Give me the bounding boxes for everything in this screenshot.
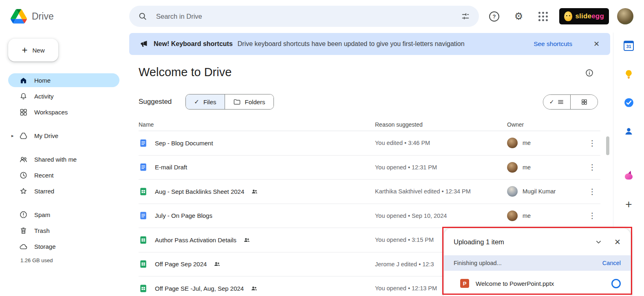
owner-avatar — [507, 138, 518, 148]
drive-logo-area[interactable]: Drive — [0, 9, 129, 24]
sidebar-item-spam[interactable]: ▸ Spam — [8, 208, 119, 221]
cancel-upload-link[interactable]: Cancel — [602, 260, 621, 266]
clock-icon — [19, 171, 28, 180]
contacts-icon[interactable] — [623, 125, 635, 137]
search-icon[interactable] — [138, 12, 147, 21]
expand-caret-icon[interactable]: ▸ — [11, 133, 14, 138]
upload-status-text: Finishing upload... — [454, 260, 502, 266]
sheet-file-icon — [139, 187, 148, 196]
owner-name: me — [523, 164, 531, 171]
upload-panel: Uploading 1 item ✕ Finishing upload... C… — [444, 228, 631, 296]
row-more-menu-icon[interactable]: ⋮ — [584, 162, 600, 172]
owner-name: me — [523, 213, 531, 219]
keyboard-shortcuts-banner: New! Keyboard shortcuts Drive keyboard s… — [129, 33, 610, 55]
sidebar-item-home[interactable]: ▸ Home — [8, 73, 119, 87]
top-app-bar: Drive ? ⚙ slideegg — [0, 0, 644, 33]
banner-title: New! Keyboard shortcuts — [154, 40, 233, 48]
folder-icon — [233, 98, 241, 106]
get-addons-plus-icon[interactable]: + — [623, 199, 635, 210]
chip-folders[interactable]: Folders — [225, 94, 273, 109]
scrollbar-thumb[interactable] — [606, 136, 609, 155]
sidebar-nav: ▸ Home ▸ Activity ▸ Workspaces ▸ My Driv… — [8, 73, 129, 253]
owner-avatar — [507, 210, 518, 221]
sheet-file-icon — [139, 284, 148, 293]
shared-people-icon — [243, 237, 250, 243]
column-reason: Reason suggested — [375, 121, 507, 128]
home-icon — [19, 76, 28, 85]
file-name: July - On Page Blogs — [155, 212, 212, 219]
search-input[interactable] — [155, 12, 453, 21]
powerpoint-icon: P — [460, 279, 469, 288]
sidebar-item-trash[interactable]: ▸ Trash — [8, 224, 119, 237]
row-more-menu-icon[interactable]: ⋮ — [584, 138, 600, 148]
header-actions: ? ⚙ slideegg — [486, 0, 633, 33]
search-bar[interactable] — [129, 6, 479, 27]
sidebar-item-recent[interactable]: ▸ Recent — [8, 168, 119, 182]
sidebar-item-starred[interactable]: ▸ Starred — [8, 184, 119, 198]
info-icon[interactable] — [585, 68, 594, 77]
upload-status-bar: Finishing upload... Cancel — [444, 255, 631, 271]
upload-title: Uploading 1 item — [454, 238, 504, 246]
sidebar-item-activity[interactable]: ▸ Activity — [8, 89, 119, 103]
new-button[interactable]: + New — [8, 39, 58, 61]
keep-icon[interactable] — [623, 68, 635, 80]
suggested-toolbar: Suggested ✓ Files Folders ✓ — [139, 94, 598, 110]
tune-filter-icon[interactable] — [461, 12, 470, 21]
sheet-file-icon — [139, 259, 148, 269]
file-name: Author Pass Activation Details — [155, 237, 236, 243]
cloud-icon — [19, 242, 28, 251]
help-icon[interactable]: ? — [486, 8, 502, 24]
reason-suggested: Karthika Sakthivel edited • 12:34 PM — [375, 188, 507, 195]
bell-icon — [19, 92, 28, 101]
account-avatar[interactable] — [617, 8, 633, 24]
column-name: Name — [139, 121, 375, 128]
upload-spinner-icon — [611, 279, 621, 288]
reason-suggested: You opened • Sep 10, 2024 — [375, 213, 507, 219]
owner-avatar — [507, 186, 518, 197]
drive-logo-icon — [11, 9, 27, 24]
people-icon — [19, 155, 28, 164]
shared-people-icon — [251, 285, 258, 292]
check-icon: ✓ — [194, 98, 199, 105]
banner-message: Drive keyboard shortcuts have been updat… — [238, 40, 465, 48]
upload-file-row: P Welcome to PowerPoint.pptx — [444, 271, 631, 296]
new-button-label: New — [33, 47, 45, 54]
tasks-icon[interactable] — [623, 97, 635, 108]
sidebar-item-my-drive[interactable]: ▸ My Drive — [8, 129, 119, 143]
table-row-sep-blog-document[interactable]: Sep - Blog Document You edited • 3:46 PM… — [139, 131, 600, 156]
settings-gear-icon[interactable]: ⚙ — [510, 8, 527, 24]
owner-name: me — [523, 140, 531, 146]
file-name: E-mail Draft — [155, 164, 187, 171]
view-toggle: ✓ — [543, 94, 598, 110]
banner-close-icon[interactable]: ✕ — [593, 39, 600, 48]
grid-view-button[interactable] — [570, 95, 598, 109]
sidebar-item-workspaces[interactable]: ▸ Workspaces — [8, 105, 119, 119]
calendar-icon[interactable]: 31 — [623, 40, 635, 51]
spam-icon — [19, 210, 28, 219]
file-name: Off Page Sep 2024 — [155, 261, 207, 267]
apps-grid-icon[interactable] — [535, 8, 551, 24]
see-shortcuts-link[interactable]: See shortcuts — [534, 40, 572, 48]
shared-people-icon — [251, 188, 258, 195]
table-header: Name Reason suggested Owner — [139, 118, 600, 131]
reason-suggested: You edited • 3:46 PM — [375, 140, 507, 146]
addon-icon[interactable] — [623, 170, 635, 182]
table-row-e-mail-draft[interactable]: E-mail Draft You opened • 12:31 PM me ⋮ — [139, 156, 600, 180]
close-icon[interactable]: ✕ — [614, 237, 621, 247]
row-more-menu-icon[interactable]: ⋮ — [584, 211, 600, 220]
table-row-aug-sept-backlinks-sheet-2024[interactable]: Aug - Sept Backlinks Sheet 2024 Karthika… — [139, 180, 600, 204]
sidebar-item-storage[interactable]: ▸ Storage — [8, 239, 119, 253]
sidebar-item-shared-with-me[interactable]: ▸ Shared with me — [8, 152, 119, 166]
drive-icon — [19, 131, 28, 140]
workspaces-icon — [19, 107, 28, 116]
file-type-chips: ✓ Files Folders — [185, 94, 273, 110]
slideegg-logo-icon — [564, 11, 572, 21]
megaphone-icon — [140, 39, 149, 48]
plus-icon: + — [22, 45, 27, 55]
list-view-button[interactable]: ✓ — [543, 95, 570, 109]
chip-files[interactable]: ✓ Files — [186, 94, 224, 109]
chevron-down-icon[interactable] — [595, 239, 602, 246]
row-more-menu-icon[interactable]: ⋮ — [584, 187, 600, 196]
table-row-july-on-page-blogs[interactable]: July - On Page Blogs You opened • Sep 10… — [139, 204, 600, 228]
slideegg-brand-badge[interactable]: slideegg — [559, 8, 609, 24]
